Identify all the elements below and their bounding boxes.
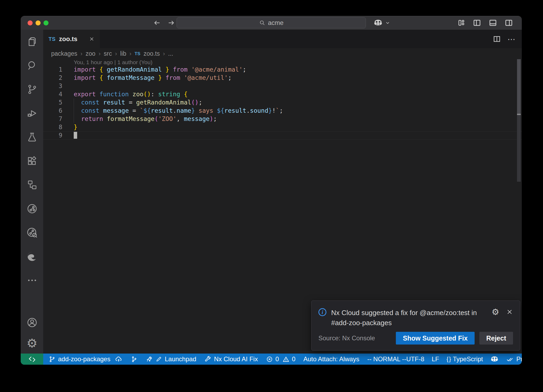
nx-cloud-ai-fix-status[interactable]: Nx Cloud AI Fix [204,355,258,363]
code-line-1[interactable]: 1import { getRandomAnimal } from '@acme/… [43,66,522,74]
chevron-down-icon[interactable] [385,20,390,25]
encoding-label: UTF-8 [406,355,424,363]
explorer-icon[interactable] [21,30,43,54]
nx-console-icon[interactable] [21,197,43,221]
git-blame-annotation[interactable]: You, 1 hour ago | 1 author (You) [43,59,522,66]
vim-mode-status[interactable]: -- NORMAL -- [367,355,406,363]
warning-icon [282,356,290,363]
notification-toast: i Nx Cloud suggested a fix for @acme/zoo… [311,300,520,351]
scrollbar-thumb[interactable] [517,59,521,115]
customize-layout-icon[interactable] [457,19,466,27]
breadcrumb-item-lib[interactable]: lib [120,50,126,57]
overview-ruler-cursor-mark [517,114,521,115]
window-controls [28,16,49,30]
source-control-icon[interactable] [21,77,43,101]
breadcrumb-item-symbol[interactable]: ... [168,50,173,57]
code-line-6[interactable]: 6 const message = `${result.name} says $… [43,107,522,115]
vim-mode-label: -- NORMAL -- [367,355,406,363]
tab-bar: TS zoo.ts ⋯ [43,30,522,48]
line-number: 3 [43,82,62,90]
double-check-icon [506,355,514,363]
source-control-graph-status[interactable] [130,356,138,363]
auto-attach-status[interactable]: Auto Attach: Always [303,355,359,363]
formatter-status[interactable]: Prettier [506,355,522,363]
scrollbar-thumb-lower[interactable] [517,115,521,182]
breadcrumb-separator: › [99,50,100,57]
wrench-icon [204,355,212,363]
copilot-status[interactable] [490,355,499,363]
testing-icon[interactable] [21,125,43,149]
formatter-label: Prettier [516,355,522,363]
breadcrumb-item-zoo[interactable]: zoo [86,50,95,57]
toggle-panel-icon[interactable] [488,18,497,27]
hierarchy-view-icon[interactable] [21,173,43,197]
additional-views-icon[interactable] [21,268,43,292]
zoom-window-button[interactable] [43,20,49,25]
branch-name: add-zoo-packages [58,355,110,363]
toggle-primary-sidebar-icon[interactable] [472,18,481,27]
typescript-file-icon: TS [49,36,56,42]
remote-indicator[interactable] [21,354,43,365]
copilot-icon[interactable] [373,18,383,28]
notification-close-icon[interactable] [506,308,513,315]
line-number: 2 [43,74,62,82]
git-graph-icon [130,356,138,363]
problems-status[interactable]: 0 0 [266,355,296,363]
language-label: TypeScript [453,355,483,363]
notification-settings-gear-icon[interactable]: ⚙ [492,308,499,316]
nx-cloud-icon[interactable] [21,221,43,245]
forward-arrow-icon[interactable] [167,19,175,27]
status-bar: add-zoo-packages [21,354,522,365]
toggle-secondary-sidebar-icon[interactable] [504,18,513,27]
minimize-window-button[interactable] [36,20,41,25]
search-view-icon[interactable] [21,54,43,77]
close-tab-icon[interactable] [89,36,95,42]
notification-message: Nx Cloud suggested a fix for @acme/zoo:t… [331,308,490,328]
encoding-status[interactable]: UTF-8 [406,355,424,363]
breadcrumb-item-src[interactable]: src [104,50,112,57]
eol-status[interactable]: LF [432,355,439,363]
back-arrow-icon[interactable] [153,19,161,27]
accounts-icon[interactable] [21,312,43,333]
braces-icon: { } [446,356,450,363]
settings-gear-icon[interactable]: ⚙ [21,333,43,354]
error-count: 0 [275,355,279,363]
close-window-button[interactable] [28,20,33,25]
publish-cloud-icon [115,355,122,363]
title-bar: acme [21,16,522,30]
edge-tools-icon[interactable] [21,245,43,268]
code-line-8[interactable]: 8} [43,123,522,131]
typescript-file-icon: TS [135,51,141,56]
editor-more-actions-icon[interactable]: ⋯ [507,34,515,44]
editor-cursor [74,132,77,139]
rocket-icon [146,355,153,363]
tab-zoo-ts[interactable]: TS zoo.ts [43,30,100,48]
info-icon: i [318,308,326,316]
command-center-search[interactable]: acme [177,17,366,28]
breadcrumb-item-packages[interactable]: packages [51,50,77,57]
pencil-icon [155,356,162,363]
run-debug-icon[interactable] [21,101,43,125]
code-line-7[interactable]: 7 return formatMessage('ZOO', message); [43,115,522,123]
breadcrumb-item-file[interactable]: zoo.ts [143,50,160,57]
code-line-2[interactable]: 2import { formatMessage } from '@acme/ut… [43,74,522,82]
extensions-icon[interactable] [21,149,43,173]
git-branch-status[interactable]: add-zoo-packages [49,355,122,363]
launchpad-status[interactable]: Launchpad [146,355,196,363]
code-line-9[interactable]: 9 [43,131,522,140]
notification-source: Source: Nx Console [318,334,375,342]
code-line-4[interactable]: 4export function zoo(): string { [43,90,522,98]
code-line-5[interactable]: 5 const result = getRandomAnimal(); [43,98,522,107]
activity-bar: ⚙ [21,30,43,354]
language-mode-status[interactable]: { } TypeScript [446,355,483,363]
line-number: 1 [43,66,62,74]
split-editor-icon[interactable] [493,35,501,43]
eol-label: LF [432,355,439,363]
auto-attach-label: Auto Attach: Always [303,355,359,363]
line-number: 4 [43,90,62,98]
show-suggested-fix-button[interactable]: Show Suggested Fix [396,332,474,345]
breadcrumb-separator: › [163,50,165,57]
reject-button[interactable]: Reject [479,332,513,345]
code-line-3[interactable]: 3 [43,82,522,90]
command-center-text: acme [268,19,284,27]
